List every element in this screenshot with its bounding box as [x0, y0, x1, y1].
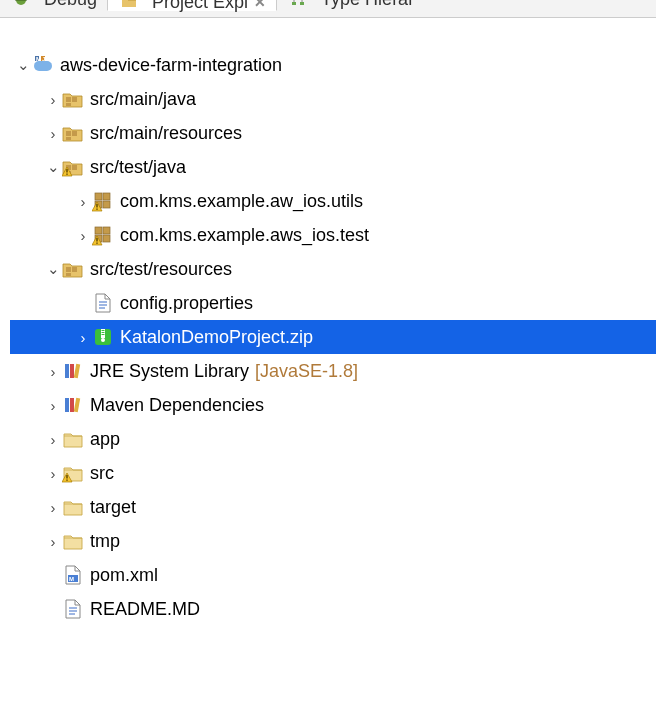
chevron-right-icon[interactable]: ›	[44, 465, 62, 482]
tab-debug[interactable]: Debug	[0, 0, 107, 8]
tree-item-folder-src[interactable]: › src	[10, 456, 656, 490]
tree-label: src/main/java	[90, 89, 196, 110]
tree-item-package-utils[interactable]: › com.kms.example.aw_ios.utils	[10, 184, 656, 218]
tab-type-hierarchy[interactable]: Type Hierar	[277, 0, 424, 8]
svg-point-0	[16, 0, 26, 5]
archive-icon	[92, 326, 114, 348]
tree-item-folder-app[interactable]: › app	[10, 422, 656, 456]
hierarchy-icon	[287, 0, 309, 11]
tree-label: tmp	[90, 531, 120, 552]
chevron-down-icon[interactable]: ⌄	[14, 56, 32, 74]
tree-item-jre-library[interactable]: › JRE System Library [JavaSE-1.8]	[10, 354, 656, 388]
tree-item-src-test-java[interactable]: ⌄ src/test/java	[10, 150, 656, 184]
chevron-right-icon[interactable]: ›	[44, 91, 62, 108]
tab-bar: Debug Project Expl ✕ Type Hierar	[0, 0, 656, 18]
svg-rect-3	[292, 2, 296, 5]
tree-label: README.MD	[90, 599, 200, 620]
folder-icon	[62, 496, 84, 518]
spacer: ›	[44, 567, 62, 584]
tree-item-project-root[interactable]: ⌄ aws-device-farm-integration	[10, 48, 656, 82]
package-warn-icon	[92, 224, 114, 246]
chevron-right-icon[interactable]: ›	[44, 499, 62, 516]
tree-label: com.kms.example.aws_ios.test	[120, 225, 369, 246]
tree-item-folder-target[interactable]: › target	[10, 490, 656, 524]
library-icon	[62, 360, 84, 382]
project-tree[interactable]: ⌄ aws-device-farm-integration › src/main…	[0, 18, 656, 626]
chevron-down-icon[interactable]: ⌄	[44, 260, 62, 278]
folder-warn-icon	[62, 462, 84, 484]
tree-label: src	[90, 463, 114, 484]
tree-label: target	[90, 497, 136, 518]
chevron-right-icon[interactable]: ›	[44, 397, 62, 414]
tree-item-folder-tmp[interactable]: › tmp	[10, 524, 656, 558]
chevron-right-icon[interactable]: ›	[44, 533, 62, 550]
chevron-right-icon[interactable]: ›	[74, 193, 92, 210]
spacer: ›	[74, 329, 92, 346]
close-icon[interactable]: ✕	[254, 0, 266, 10]
package-warn-icon	[92, 190, 114, 212]
tree-label: pom.xml	[90, 565, 158, 586]
source-folder-icon	[62, 88, 84, 110]
tree-label: src/test/java	[90, 157, 186, 178]
chevron-right-icon[interactable]: ›	[44, 431, 62, 448]
tab-label: Debug	[44, 0, 97, 10]
jre-version-label: [JavaSE-1.8]	[255, 361, 358, 382]
file-icon	[62, 598, 84, 620]
folder-icon	[118, 0, 140, 13]
tree-item-package-test[interactable]: › com.kms.example.aws_ios.test	[10, 218, 656, 252]
tree-label: src/main/resources	[90, 123, 242, 144]
tab-label: Type Hierar	[321, 0, 414, 10]
tree-label: JRE System Library	[90, 361, 249, 382]
source-folder-icon	[62, 122, 84, 144]
library-icon	[62, 394, 84, 416]
tree-label: app	[90, 429, 120, 450]
folder-icon	[62, 530, 84, 552]
tab-project-explorer[interactable]: Project Expl ✕	[107, 0, 277, 11]
tree-item-pom-xml[interactable]: › pom.xml	[10, 558, 656, 592]
chevron-right-icon[interactable]: ›	[44, 363, 62, 380]
tab-label: Project Expl	[152, 0, 248, 13]
tree-item-config-properties[interactable]: › config.properties	[10, 286, 656, 320]
chevron-right-icon[interactable]: ›	[74, 227, 92, 244]
tree-item-maven-deps[interactable]: › Maven Dependencies	[10, 388, 656, 422]
chevron-down-icon[interactable]: ⌄	[44, 158, 62, 176]
tree-label: aws-device-farm-integration	[60, 55, 282, 76]
tree-item-src-main-resources[interactable]: › src/main/resources	[10, 116, 656, 150]
tree-label: com.kms.example.aw_ios.utils	[120, 191, 363, 212]
chevron-right-icon[interactable]: ›	[44, 125, 62, 142]
spacer: ›	[44, 601, 62, 618]
tree-label: Maven Dependencies	[90, 395, 264, 416]
source-folder-warn-icon	[62, 156, 84, 178]
folder-icon	[62, 428, 84, 450]
maven-project-icon	[32, 54, 54, 76]
tree-item-katalon-zip[interactable]: › KatalonDemoProject.zip	[10, 320, 656, 354]
tree-item-src-test-resources[interactable]: ⌄ src/test/resources	[10, 252, 656, 286]
tree-item-src-main-java[interactable]: › src/main/java	[10, 82, 656, 116]
source-folder-icon	[62, 258, 84, 280]
tree-label: KatalonDemoProject.zip	[120, 327, 313, 348]
spacer: ›	[74, 295, 92, 312]
svg-rect-4	[300, 2, 304, 5]
tree-item-readme[interactable]: › README.MD	[10, 592, 656, 626]
file-icon	[92, 292, 114, 314]
tree-label: config.properties	[120, 293, 253, 314]
tree-label: src/test/resources	[90, 259, 232, 280]
xml-file-icon	[62, 564, 84, 586]
bug-icon	[10, 0, 32, 11]
